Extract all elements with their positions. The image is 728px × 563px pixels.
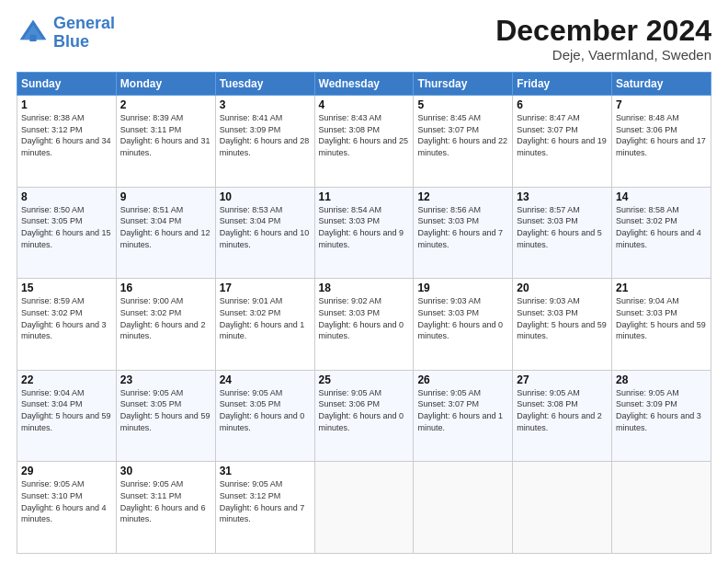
day-number: 21	[616, 282, 707, 294]
day-info: Sunrise: 8:39 AMSunset: 3:11 PMDaylight:…	[120, 112, 211, 158]
calendar-cell: 24Sunrise: 9:05 AMSunset: 3:05 PMDayligh…	[215, 370, 314, 462]
day-info: Sunrise: 8:53 AMSunset: 3:04 PMDaylight:…	[220, 204, 311, 250]
calendar-cell: 4Sunrise: 8:43 AMSunset: 3:08 PMDaylight…	[314, 96, 414, 188]
calendar-week-row: 1Sunrise: 8:38 AMSunset: 3:12 PMDaylight…	[17, 96, 711, 188]
day-number: 13	[517, 190, 608, 203]
day-info: Sunrise: 9:04 AMSunset: 3:04 PMDaylight:…	[21, 387, 112, 433]
day-number: 18	[319, 282, 410, 294]
day-info: Sunrise: 8:54 AMSunset: 3:03 PMDaylight:…	[319, 204, 410, 250]
calendar-cell: 13Sunrise: 8:57 AMSunset: 3:03 PMDayligh…	[513, 187, 612, 279]
calendar-cell: 2Sunrise: 8:39 AMSunset: 3:11 PMDaylight…	[116, 96, 215, 188]
day-info: Sunrise: 9:05 AMSunset: 3:12 PMDaylight:…	[220, 478, 311, 524]
day-number: 19	[417, 282, 508, 294]
day-info: Sunrise: 9:05 AMSunset: 3:06 PMDaylight:…	[319, 387, 410, 433]
day-number: 27	[517, 373, 608, 386]
day-info: Sunrise: 9:01 AMSunset: 3:02 PMDaylight:…	[220, 295, 311, 341]
day-info: Sunrise: 9:05 AMSunset: 3:11 PMDaylight:…	[120, 478, 211, 524]
calendar-cell: 3Sunrise: 8:41 AMSunset: 3:09 PMDaylight…	[215, 96, 314, 188]
calendar-page: General Blue December 2024 Deje, Vaermla…	[0, 0, 728, 563]
day-number: 1	[21, 98, 112, 111]
day-info: Sunrise: 8:47 AMSunset: 3:07 PMDaylight:…	[517, 112, 608, 158]
day-number: 28	[616, 373, 707, 386]
calendar-cell: 10Sunrise: 8:53 AMSunset: 3:04 PMDayligh…	[215, 187, 314, 279]
day-info: Sunrise: 9:05 AMSunset: 3:05 PMDaylight:…	[120, 387, 211, 433]
calendar-cell: 19Sunrise: 9:03 AMSunset: 3:03 PMDayligh…	[414, 279, 513, 371]
calendar-cell: 16Sunrise: 9:00 AMSunset: 3:02 PMDayligh…	[116, 279, 215, 371]
day-number: 25	[319, 373, 410, 386]
logo: General Blue	[17, 15, 115, 52]
page-header: General Blue December 2024 Deje, Vaermla…	[17, 15, 711, 63]
day-info: Sunrise: 9:00 AMSunset: 3:02 PMDaylight:…	[120, 295, 211, 341]
calendar-cell: 11Sunrise: 8:54 AMSunset: 3:03 PMDayligh…	[314, 187, 414, 279]
calendar-cell	[314, 462, 414, 554]
calendar-title: December 2024	[495, 15, 711, 47]
calendar-cell	[414, 462, 513, 554]
day-number: 5	[417, 98, 508, 111]
calendar-cell: 1Sunrise: 8:38 AMSunset: 3:12 PMDaylight…	[17, 96, 117, 188]
calendar-cell: 15Sunrise: 8:59 AMSunset: 3:02 PMDayligh…	[17, 279, 117, 371]
weekday-header: Wednesday	[314, 73, 414, 96]
day-number: 31	[220, 465, 311, 477]
day-number: 20	[517, 282, 608, 294]
weekday-header: Saturday	[612, 73, 711, 96]
day-info: Sunrise: 8:51 AMSunset: 3:04 PMDaylight:…	[120, 204, 211, 250]
day-info: Sunrise: 9:05 AMSunset: 3:07 PMDaylight:…	[417, 387, 508, 433]
weekday-header: Thursday	[414, 73, 513, 96]
calendar-cell: 9Sunrise: 8:51 AMSunset: 3:04 PMDaylight…	[116, 187, 215, 279]
calendar-cell: 18Sunrise: 9:02 AMSunset: 3:03 PMDayligh…	[314, 279, 414, 371]
day-info: Sunrise: 9:03 AMSunset: 3:03 PMDaylight:…	[517, 295, 608, 341]
calendar-cell: 29Sunrise: 9:05 AMSunset: 3:10 PMDayligh…	[17, 462, 117, 554]
calendar-cell	[513, 462, 612, 554]
day-info: Sunrise: 8:56 AMSunset: 3:03 PMDaylight:…	[417, 204, 508, 250]
day-number: 6	[517, 98, 608, 111]
weekday-header: Tuesday	[215, 73, 314, 96]
calendar-cell: 21Sunrise: 9:04 AMSunset: 3:03 PMDayligh…	[612, 279, 711, 371]
day-number: 29	[21, 465, 112, 477]
logo-text: General Blue	[53, 15, 115, 52]
day-info: Sunrise: 9:05 AMSunset: 3:05 PMDaylight:…	[220, 387, 311, 433]
day-number: 30	[120, 465, 211, 477]
calendar-cell: 23Sunrise: 9:05 AMSunset: 3:05 PMDayligh…	[116, 370, 215, 462]
calendar-cell: 28Sunrise: 9:05 AMSunset: 3:09 PMDayligh…	[612, 370, 711, 462]
day-info: Sunrise: 8:48 AMSunset: 3:06 PMDaylight:…	[616, 112, 707, 158]
day-number: 11	[319, 190, 410, 203]
day-number: 17	[220, 282, 311, 294]
calendar-cell: 26Sunrise: 9:05 AMSunset: 3:07 PMDayligh…	[414, 370, 513, 462]
day-info: Sunrise: 9:05 AMSunset: 3:10 PMDaylight:…	[21, 478, 112, 524]
weekday-header: Friday	[513, 73, 612, 96]
calendar-cell: 22Sunrise: 9:04 AMSunset: 3:04 PMDayligh…	[17, 370, 117, 462]
calendar-cell: 27Sunrise: 9:05 AMSunset: 3:08 PMDayligh…	[513, 370, 612, 462]
calendar-cell: 31Sunrise: 9:05 AMSunset: 3:12 PMDayligh…	[215, 462, 314, 554]
day-info: Sunrise: 8:50 AMSunset: 3:05 PMDaylight:…	[21, 204, 112, 250]
day-number: 8	[21, 190, 112, 203]
day-info: Sunrise: 9:02 AMSunset: 3:03 PMDaylight:…	[319, 295, 410, 341]
day-number: 22	[21, 373, 112, 386]
day-number: 12	[417, 190, 508, 203]
calendar-week-row: 15Sunrise: 8:59 AMSunset: 3:02 PMDayligh…	[17, 279, 711, 371]
title-block: December 2024 Deje, Vaermland, Sweden	[495, 15, 711, 63]
calendar-cell: 14Sunrise: 8:58 AMSunset: 3:02 PMDayligh…	[612, 187, 711, 279]
calendar-week-row: 29Sunrise: 9:05 AMSunset: 3:10 PMDayligh…	[17, 462, 711, 554]
day-number: 16	[120, 282, 211, 294]
day-number: 2	[120, 98, 211, 111]
day-number: 15	[21, 282, 112, 294]
day-info: Sunrise: 9:04 AMSunset: 3:03 PMDaylight:…	[616, 295, 707, 341]
calendar-cell: 5Sunrise: 8:45 AMSunset: 3:07 PMDaylight…	[414, 96, 513, 188]
day-info: Sunrise: 8:43 AMSunset: 3:08 PMDaylight:…	[319, 112, 410, 158]
calendar-cell	[612, 462, 711, 554]
day-info: Sunrise: 8:41 AMSunset: 3:09 PMDaylight:…	[220, 112, 311, 158]
day-info: Sunrise: 8:58 AMSunset: 3:02 PMDaylight:…	[616, 204, 707, 250]
day-number: 26	[417, 373, 508, 386]
day-info: Sunrise: 9:05 AMSunset: 3:08 PMDaylight:…	[517, 387, 608, 433]
day-number: 4	[319, 98, 410, 111]
day-number: 10	[220, 190, 311, 203]
day-number: 24	[220, 373, 311, 386]
day-info: Sunrise: 8:57 AMSunset: 3:03 PMDaylight:…	[517, 204, 608, 250]
calendar-cell: 30Sunrise: 9:05 AMSunset: 3:11 PMDayligh…	[116, 462, 215, 554]
calendar-cell: 25Sunrise: 9:05 AMSunset: 3:06 PMDayligh…	[314, 370, 414, 462]
day-number: 14	[616, 190, 707, 203]
calendar-cell: 6Sunrise: 8:47 AMSunset: 3:07 PMDaylight…	[513, 96, 612, 188]
calendar-cell: 7Sunrise: 8:48 AMSunset: 3:06 PMDaylight…	[612, 96, 711, 188]
weekday-header: Monday	[116, 73, 215, 96]
day-number: 9	[120, 190, 211, 203]
